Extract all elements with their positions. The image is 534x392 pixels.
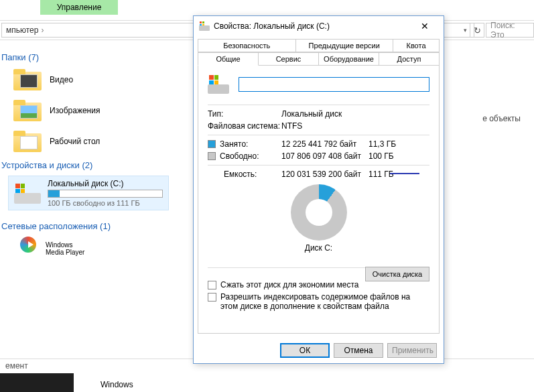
used-bytes: 12 225 441 792 байт <box>281 139 369 149</box>
refresh-button[interactable]: ↻ <box>470 23 484 38</box>
tab-previous-versions[interactable]: Предыдущие версии <box>295 39 394 52</box>
capacity-label: Емкость: <box>224 170 257 179</box>
tab-panel-general: Тип: Локальный диск Файловая система: NT… <box>198 65 440 334</box>
capacity-bytes: 120 031 539 200 байт <box>281 170 369 179</box>
search-input[interactable]: Поиск: Это <box>486 23 534 38</box>
right-hint-text: е объекты <box>482 114 521 123</box>
dialog-buttons: ОК Отмена Применить <box>194 338 444 363</box>
index-label: Разрешить индексировать содержимое файло… <box>220 292 429 311</box>
tab-sharing[interactable]: Доступ <box>379 52 440 66</box>
capacity-gb: 111 ГБ <box>369 170 429 179</box>
refresh-icon: ↻ <box>474 25 481 36</box>
folder-label: Видео <box>50 75 73 84</box>
type-label: Тип: <box>208 109 281 119</box>
tab-hardware[interactable]: Оборудование <box>318 52 379 66</box>
drive-icon <box>199 21 210 31</box>
free-gb: 100 ГБ <box>369 151 429 161</box>
chevron-right-icon: › <box>41 25 44 35</box>
apply-button[interactable]: Применить <box>387 343 437 358</box>
chevron-down-icon[interactable]: ▾ <box>464 27 467 34</box>
taskbar-item[interactable]: Windows <box>101 380 133 389</box>
free-swatch-icon <box>208 152 216 160</box>
annotation-underline <box>390 173 419 174</box>
dialog-title: Свойства: Локальный диск (C:) <box>214 21 411 31</box>
taskbar[interactable] <box>0 373 74 392</box>
drive-icon <box>208 74 229 95</box>
used-gb: 11,3 ГБ <box>369 139 429 149</box>
ribbon-tab-manage[interactable]: Управление <box>40 0 118 15</box>
search-placeholder: Поиск: Это <box>490 21 529 40</box>
drive-name-input[interactable] <box>239 77 429 92</box>
drive-subtext: 100 ГБ свободно из 111 ГБ <box>48 199 163 207</box>
folder-label: Изображения <box>50 106 100 115</box>
drive-info: Локальный диск (C:) 100 ГБ свободно из 1… <box>48 179 163 207</box>
used-swatch-icon <box>208 140 216 148</box>
folder-icon <box>13 68 42 92</box>
index-checkbox[interactable] <box>208 293 216 302</box>
filesystem-label: Файловая система: <box>208 121 281 131</box>
filesystem-value: NTFS <box>281 121 302 131</box>
tab-quota[interactable]: Квота <box>393 39 440 52</box>
tab-tools[interactable]: Сервис <box>258 52 319 66</box>
type-value: Локальный диск <box>281 109 342 119</box>
folder-label: Рабочий стол <box>50 137 100 146</box>
usage-pie-chart <box>291 184 347 241</box>
properties-dialog: Свойства: Локальный диск (C:) ✕ Безопасн… <box>193 15 444 364</box>
wmp-icon <box>17 237 42 261</box>
disk-cleanup-button[interactable]: Очистка диска <box>365 267 429 281</box>
tabs-row-1: Безопасность Предыдущие версии Квота <box>198 39 440 52</box>
breadcrumb[interactable]: мпьютер <box>6 25 38 35</box>
free-bytes: 107 806 097 408 байт <box>281 151 369 161</box>
tab-security[interactable]: Безопасность <box>198 39 296 52</box>
compress-checkbox[interactable] <box>208 281 216 289</box>
ok-button[interactable]: ОК <box>280 343 330 358</box>
chart-label: Диск C: <box>305 243 332 253</box>
tab-general[interactable]: Общие <box>198 52 259 66</box>
close-icon: ✕ <box>421 21 429 31</box>
compress-label: Сжать этот диск для экономии места <box>220 280 358 289</box>
used-label: Занято: <box>220 139 248 149</box>
dialog-titlebar[interactable]: Свойства: Локальный диск (C:) ✕ <box>194 16 444 36</box>
drive-name: Локальный диск (C:) <box>48 179 163 188</box>
drive-icon <box>14 180 41 206</box>
tabs-row-2: Общие Сервис Оборудование Доступ <box>198 52 440 66</box>
tabs-container: Безопасность Предыдущие версии Квота Общ… <box>194 36 444 66</box>
drive-item-c[interactable]: Локальный диск (C:) 100 ГБ свободно из 1… <box>8 176 169 210</box>
folder-icon <box>13 129 42 153</box>
cancel-button[interactable]: Отмена <box>334 343 383 358</box>
close-button[interactable]: ✕ <box>411 17 438 36</box>
drive-usage-bar <box>48 190 163 198</box>
folder-icon <box>13 99 42 123</box>
free-label: Свободно: <box>220 151 259 161</box>
wmp-label: Windows Media Player <box>46 241 84 256</box>
